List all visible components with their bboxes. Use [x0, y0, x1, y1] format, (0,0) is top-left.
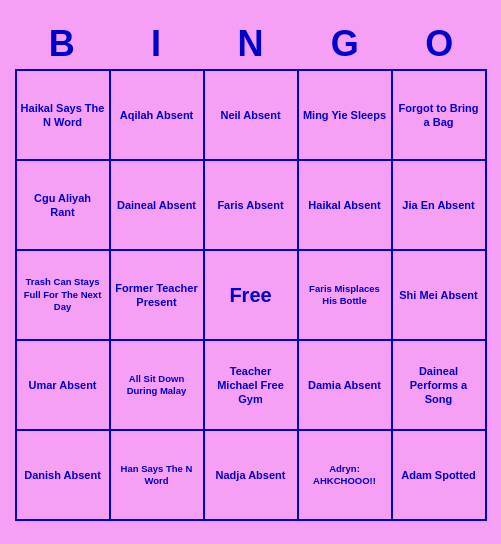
- bingo-cell: All Sit Down During Malay: [111, 341, 203, 429]
- bingo-cell: Faris Misplaces His Bottle: [299, 251, 391, 339]
- bingo-cell: Cgu Aliyah Rant: [17, 161, 109, 249]
- bingo-cell: Haikal Absent: [299, 161, 391, 249]
- bingo-cell: Ming Yie Sleeps: [299, 71, 391, 159]
- bingo-cell: Trash Can Stays Full For The Next Day: [17, 251, 109, 339]
- bingo-cell: Aqilah Absent: [111, 71, 203, 159]
- bingo-cell: Former Teacher Present: [111, 251, 203, 339]
- bingo-cell: Damia Absent: [299, 341, 391, 429]
- bingo-cell: Haikal Says The N Word: [17, 71, 109, 159]
- bingo-cell: Nadja Absent: [205, 431, 297, 519]
- title-letter: I: [112, 23, 200, 65]
- bingo-cell: Daineal Absent: [111, 161, 203, 249]
- bingo-cell: Han Says The N Word: [111, 431, 203, 519]
- bingo-cell: Jia En Absent: [393, 161, 485, 249]
- title-letter: B: [18, 23, 106, 65]
- bingo-cell: Daineal Performs a Song: [393, 341, 485, 429]
- bingo-cell: Forgot to Bring a Bag: [393, 71, 485, 159]
- bingo-cell: Shi Mei Absent: [393, 251, 485, 339]
- title-letter: G: [301, 23, 389, 65]
- bingo-cell: Umar Absent: [17, 341, 109, 429]
- bingo-cell: Neil Absent: [205, 71, 297, 159]
- bingo-cell: Danish Absent: [17, 431, 109, 519]
- title-letter: N: [206, 23, 294, 65]
- title-letter: O: [395, 23, 483, 65]
- bingo-cell: Faris Absent: [205, 161, 297, 249]
- bingo-title: BINGO: [15, 23, 487, 65]
- bingo-cell: Free: [205, 251, 297, 339]
- bingo-cell: Adryn: AHKCHOOO!!: [299, 431, 391, 519]
- bingo-cell: Teacher Michael Free Gym: [205, 341, 297, 429]
- bingo-card: BINGO Haikal Says The N WordAqilah Absen…: [11, 19, 491, 525]
- bingo-grid: Haikal Says The N WordAqilah AbsentNeil …: [15, 69, 487, 521]
- bingo-cell: Adam Spotted: [393, 431, 485, 519]
